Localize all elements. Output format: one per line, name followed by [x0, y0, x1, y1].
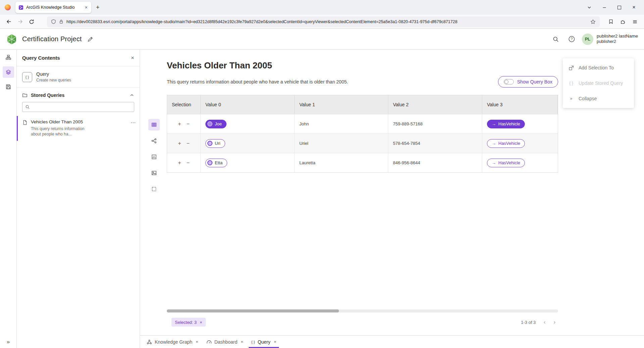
- table-row[interactable]: + − Etta Lauretta 846-956-8644: [167, 153, 558, 172]
- chart-view-icon[interactable]: [148, 151, 160, 163]
- lock-icon[interactable]: [59, 19, 63, 24]
- panel-close-icon[interactable]: ×: [131, 55, 134, 61]
- menu-item-label: Add Selection To: [579, 65, 614, 70]
- hierarchy-icon[interactable]: [3, 52, 14, 63]
- relationship-pill[interactable]: → HasVehicle: [487, 159, 525, 167]
- entity-dot-icon: [207, 160, 212, 165]
- toggle-knob: [504, 80, 508, 84]
- menu-icon[interactable]: [629, 16, 641, 27]
- stored-query-item[interactable]: Vehicles Older Than 2005 This query retu…: [17, 116, 140, 141]
- entity-pill[interactable]: Joe: [205, 120, 227, 128]
- value0-cell: Etta: [201, 153, 295, 172]
- relationship-pill[interactable]: → HasVehicle: [487, 139, 525, 148]
- column-header[interactable]: Value 3: [482, 95, 558, 114]
- value3-cell: → HasVehicle: [482, 114, 558, 133]
- main-area: Vehicles Older Than 2005 This query retu…: [140, 50, 644, 348]
- tab-close-icon[interactable]: ×: [84, 5, 88, 10]
- add-selection-icon[interactable]: +: [178, 121, 181, 127]
- pocket-icon[interactable]: [605, 16, 616, 27]
- table-header-row: Selection Value 0 Value 1 Value 2 Value …: [167, 95, 558, 114]
- knowledge-graph-icon: [147, 339, 152, 345]
- browser-tab-strip: ArcGIS Knowledge Studio × + – ×: [0, 0, 644, 15]
- app-header: Certification Project ? PL publisher2 la…: [0, 29, 644, 50]
- close-tab-icon[interactable]: ×: [241, 339, 243, 344]
- column-header[interactable]: Value 1: [295, 95, 388, 114]
- table-row[interactable]: + − Joe John 759-889-57168: [167, 114, 558, 133]
- panel-title: Query Contents: [22, 55, 131, 61]
- selected-count-chip[interactable]: Selected: 3 ×: [171, 318, 206, 327]
- add-selection-icon[interactable]: +: [178, 141, 181, 146]
- browser-tab[interactable]: ArcGIS Knowledge Studio ×: [15, 2, 91, 13]
- avatar[interactable]: PL: [582, 34, 593, 45]
- show-query-box-toggle[interactable]: Show Query Box: [498, 76, 558, 88]
- window-close-button[interactable]: ×: [627, 0, 641, 15]
- next-page-icon[interactable]: ›: [554, 320, 555, 325]
- column-header[interactable]: Selection: [167, 95, 201, 114]
- map-view-icon[interactable]: [148, 167, 160, 179]
- collapse-section-chevron-icon[interactable]: [130, 93, 134, 98]
- remove-selection-icon[interactable]: −: [187, 160, 190, 166]
- menu-item-add-selection-to[interactable]: Add Selection To: [563, 60, 634, 75]
- close-tab-icon[interactable]: ×: [274, 339, 277, 344]
- entity-pill[interactable]: Etta: [205, 159, 227, 167]
- tab-knowledge-graph[interactable]: Knowledge Graph ×: [143, 336, 202, 348]
- firefox-icon[interactable]: [5, 4, 11, 10]
- url-bar[interactable]: https://dev0028833.esri.com/portal/apps/…: [47, 16, 600, 27]
- table-row[interactable]: + − Uri Uriel 578-654-7854: [167, 133, 558, 153]
- scrollbar-thumb[interactable]: [167, 309, 339, 312]
- entity-pill[interactable]: Uri: [205, 139, 225, 148]
- link-chart-view-icon[interactable]: [148, 135, 160, 147]
- value0-cell: Joe: [201, 114, 295, 133]
- entity-label: Joe: [215, 121, 222, 126]
- save-icon[interactable]: [3, 81, 14, 93]
- remove-selection-icon[interactable]: −: [187, 141, 190, 146]
- search-icon[interactable]: [550, 33, 562, 45]
- value2-cell: 846-956-8644: [388, 153, 482, 172]
- close-tab-icon[interactable]: ×: [196, 339, 198, 344]
- new-query-item[interactable]: { } Query Create new queries: [17, 66, 140, 88]
- remove-selection-icon[interactable]: −: [187, 121, 190, 127]
- maximize-icon: [617, 6, 621, 9]
- selection-cell: + −: [167, 134, 201, 153]
- table-view-icon[interactable]: [148, 119, 160, 130]
- value2-cell: 578-654-7854: [388, 134, 482, 153]
- column-header[interactable]: Value 0: [201, 95, 295, 114]
- list-tabs-chevron-icon[interactable]: [583, 5, 596, 10]
- value2-cell: 759-889-57168: [388, 114, 482, 133]
- selection-tools-icon[interactable]: [148, 183, 160, 195]
- tab-query[interactable]: { } Query ×: [247, 336, 281, 348]
- menu-item-collapse[interactable]: » Collapse: [563, 91, 634, 106]
- table-empty-space: [167, 173, 558, 307]
- url-text[interactable]: https://dev0028833.esri.com/portal/apps/…: [66, 19, 587, 24]
- extensions-icon[interactable]: [617, 16, 629, 27]
- horizontal-scrollbar[interactable]: [167, 309, 558, 312]
- relationship-pill[interactable]: → HasVehicle: [487, 120, 525, 128]
- stored-queries-search-input[interactable]: [33, 104, 131, 110]
- edit-title-pencil-icon[interactable]: [87, 36, 93, 42]
- window-maximize-button[interactable]: [612, 0, 627, 15]
- add-selection-icon[interactable]: +: [178, 160, 181, 166]
- reload-button[interactable]: [26, 16, 37, 27]
- user-menu[interactable]: PL publisher2 lastName publisher2: [582, 34, 638, 45]
- window-minimize-button[interactable]: –: [597, 0, 612, 15]
- column-header[interactable]: Value 2: [388, 95, 482, 114]
- previous-page-icon[interactable]: ‹: [544, 320, 545, 325]
- bookmark-star-icon[interactable]: [590, 19, 596, 24]
- value1-cell: Lauretta: [295, 153, 388, 172]
- selection-context-menu: Add Selection To { } Update Stored Query…: [563, 58, 634, 108]
- layers-icon[interactable]: [3, 66, 14, 78]
- back-button[interactable]: [3, 16, 14, 27]
- show-query-box-label: Show Query Box: [517, 79, 552, 84]
- tracking-shield-icon[interactable]: [51, 19, 56, 24]
- toggle-switch[interactable]: [504, 79, 514, 84]
- clear-selection-icon[interactable]: ×: [200, 320, 202, 325]
- tab-dashboard[interactable]: Dashboard ×: [202, 336, 247, 348]
- new-tab-button[interactable]: +: [93, 4, 103, 11]
- menu-item-update-stored-query[interactable]: { } Update Stored Query: [563, 75, 634, 91]
- value1-cell: John: [295, 114, 388, 133]
- expand-panel-icon[interactable]: »: [7, 339, 10, 345]
- item-options-icon[interactable]: ⋯: [131, 119, 136, 125]
- forward-button[interactable]: [15, 16, 26, 27]
- help-icon[interactable]: ?: [566, 33, 578, 45]
- arcgis-knowledge-logo: [6, 34, 17, 45]
